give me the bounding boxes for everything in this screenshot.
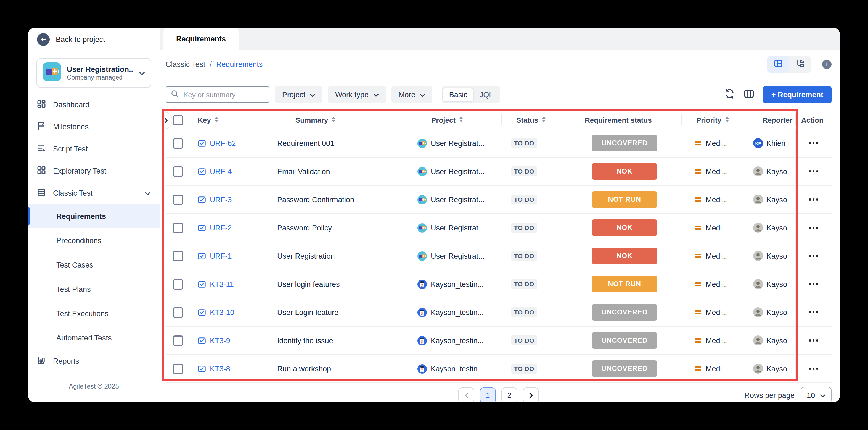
page-button-1[interactable]: 1 xyxy=(480,387,496,402)
row-checkbox[interactable] xyxy=(173,223,183,233)
priority-medium-icon xyxy=(694,254,701,258)
next-page-button[interactable] xyxy=(523,387,539,402)
reporter-avatar: KP xyxy=(753,138,763,148)
sidebar-item-automated-tests[interactable]: Automated Tests xyxy=(28,325,160,350)
row-actions-button[interactable] xyxy=(806,308,822,316)
row-actions-button[interactable] xyxy=(806,364,822,373)
pager: 12 xyxy=(458,387,539,402)
requirement-type-icon xyxy=(198,365,206,373)
jql-mode-button[interactable]: JQL xyxy=(473,88,499,101)
column-header-priority[interactable]: Priority xyxy=(681,114,748,125)
row-checkbox[interactable] xyxy=(173,194,183,205)
row-checkbox[interactable] xyxy=(173,335,183,346)
status-lozenge: TO DO xyxy=(511,279,537,289)
refresh-button[interactable] xyxy=(724,88,735,101)
sidebar-item-preconditions[interactable]: Preconditions xyxy=(28,228,160,253)
sidebar-item-requirements[interactable]: Requirements xyxy=(28,204,160,228)
row-actions-button[interactable] xyxy=(806,139,822,147)
row-checkbox[interactable] xyxy=(173,166,183,177)
issue-key-link[interactable]: KT3-11 xyxy=(210,280,234,288)
project-selector[interactable]: User Registration... Company-managed xyxy=(36,58,151,88)
row-checkbox[interactable] xyxy=(173,279,183,289)
sidebar-item-test-cases[interactable]: Test Cases xyxy=(28,253,160,277)
sidebar-item-milestones[interactable]: Milestones xyxy=(28,116,160,138)
sidebar-item-test-executions[interactable]: Test Executions xyxy=(28,301,160,325)
reporter-avatar xyxy=(753,307,763,317)
refresh-icon xyxy=(724,88,735,101)
add-requirement-button[interactable]: + Requirement xyxy=(763,86,832,103)
issue-key-link[interactable]: URF-4 xyxy=(210,167,232,175)
key-cell: URF-62 xyxy=(190,129,273,157)
project-name-text: User Registrat... xyxy=(431,195,485,204)
dashboard-icon xyxy=(37,99,46,110)
table-view-button[interactable] xyxy=(767,56,789,73)
sidebar-item-label: Milestones xyxy=(53,122,89,131)
project-avatar-icon xyxy=(417,139,427,148)
priority-text: Medi... xyxy=(706,365,728,373)
row-checkbox[interactable] xyxy=(173,138,183,148)
project-logo-icon xyxy=(42,62,61,83)
project-avatar-icon xyxy=(417,308,427,317)
basic-mode-button[interactable]: Basic xyxy=(443,88,473,101)
sidebar-item-script-test[interactable]: Script Test xyxy=(28,138,160,160)
requirement-type-icon xyxy=(198,336,206,345)
row-checkbox[interactable] xyxy=(173,251,183,261)
breadcrumb-classic-test[interactable]: Classic Test xyxy=(166,60,206,68)
status-lozenge: TO DO xyxy=(511,251,537,261)
priority-medium-icon xyxy=(694,141,701,145)
info-icon[interactable]: i xyxy=(822,59,832,69)
page-button-2[interactable]: 2 xyxy=(501,387,517,402)
sidebar-item-reports[interactable]: Reports xyxy=(28,350,160,372)
row-checkbox[interactable] xyxy=(173,307,183,318)
columns-button[interactable] xyxy=(744,88,754,101)
priority-text: Medi... xyxy=(706,224,728,232)
breadcrumb-requirements[interactable]: Requirements xyxy=(216,60,262,68)
requirement-status-cell: NOT RUN xyxy=(568,270,681,298)
summary-text: User Login feature xyxy=(277,308,339,316)
back-to-project-button[interactable]: Back to project xyxy=(28,28,160,51)
select-all-checkbox[interactable] xyxy=(173,115,183,125)
page-buttons: 12 xyxy=(480,387,517,402)
priority-cell: Medi... xyxy=(681,214,748,241)
search-input[interactable] xyxy=(182,90,265,99)
row-checkbox[interactable] xyxy=(173,364,183,374)
table-row: KT3-11User login featuresKayson_testin..… xyxy=(166,270,832,298)
sidebar-item-dashboard[interactable]: Dashboard xyxy=(28,93,160,116)
column-header-key[interactable]: Key xyxy=(190,114,273,125)
chevron-down-icon xyxy=(820,391,826,399)
issue-key-link[interactable]: URF-62 xyxy=(210,139,236,147)
tree-view-button[interactable] xyxy=(789,56,811,73)
rows-per-page-select[interactable]: 10 xyxy=(801,387,832,402)
issue-key-link[interactable]: URF-1 xyxy=(210,252,232,260)
previous-page-button[interactable] xyxy=(458,387,474,402)
row-actions-button[interactable] xyxy=(806,167,822,175)
project-name-text: Kayson_testin... xyxy=(431,365,484,373)
issue-key-link[interactable]: URF-2 xyxy=(210,224,232,232)
column-header-status[interactable]: Status xyxy=(501,114,568,125)
reporter-cell: Kayso xyxy=(748,242,795,270)
chevron-down-icon xyxy=(373,90,378,99)
tab-requirements[interactable]: Requirements xyxy=(163,28,239,50)
row-actions-button[interactable] xyxy=(806,223,822,232)
sidebar-item-exploratory-test[interactable]: Exploratory Test xyxy=(28,160,160,182)
row-actions-button[interactable] xyxy=(806,336,822,345)
sidebar-item-classic-test[interactable]: Classic Test xyxy=(28,182,160,204)
columns-icon xyxy=(744,88,754,101)
column-header-summary[interactable]: Summary xyxy=(273,114,411,125)
row-actions-button[interactable] xyxy=(806,280,822,288)
sort-icon xyxy=(459,116,463,124)
column-header-project[interactable]: Project xyxy=(411,114,501,125)
more-filter-button[interactable]: More xyxy=(391,86,433,103)
row-actions-button[interactable] xyxy=(806,252,822,260)
issue-key-link[interactable]: KT3-8 xyxy=(210,365,230,373)
issue-key-link[interactable]: KT3-9 xyxy=(210,336,230,345)
row-actions-button[interactable] xyxy=(806,195,822,204)
sidebar-item-test-plans[interactable]: Test Plans xyxy=(28,277,160,301)
worktype-filter-button[interactable]: Work type xyxy=(328,86,386,103)
issue-key-link[interactable]: URF-3 xyxy=(210,195,232,204)
key-cell: URF-2 xyxy=(190,214,273,241)
issue-key-link[interactable]: KT3-10 xyxy=(210,308,235,316)
script-test-icon xyxy=(37,143,46,154)
status-cell: TO DO xyxy=(501,355,568,382)
project-filter-button[interactable]: Project xyxy=(275,86,322,103)
